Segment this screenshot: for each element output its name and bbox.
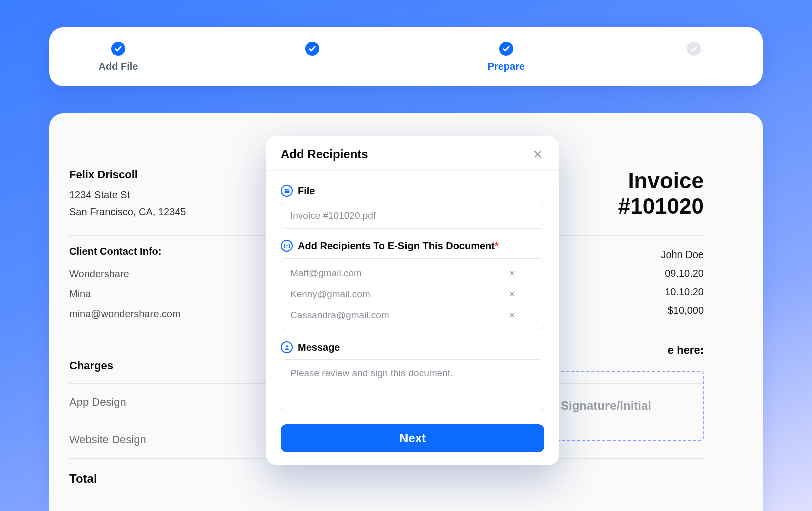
step-label: Add File [99,61,138,72]
signature-prompt-partial: e here: [668,344,704,357]
recipients-input[interactable]: Matt@gmail.com × Kenny@gmail.com × Cassa… [281,258,544,330]
meta-rep-value: John Doe [661,249,704,261]
file-field-label: File [298,185,315,197]
signature-placeholder: Signature/Initial [561,399,651,413]
recipients-field-label: Add Recipients To E-Sign This Document* [298,240,499,252]
client-email: mina@wondershare.com [69,304,280,324]
check-icon [687,42,701,56]
close-icon[interactable] [531,148,544,161]
client-contact-header: Client Contact Info: [69,246,280,258]
user-icon [281,341,293,353]
step-prepare[interactable]: Prepare [476,42,536,72]
stepper-bar: Add File Add Recipients Prepare Send [49,27,763,86]
check-icon [111,42,125,56]
client-person: Mina [69,284,280,304]
meta-amount: $10,000 [668,305,704,316]
file-icon [281,185,293,197]
recipient-row: Kenny@gmail.com × [290,284,535,305]
message-input[interactable]: Please review and sign this document. [281,359,544,412]
add-recipients-modal: Add Recipients File Invoice #101020.pdf [266,136,559,465]
recipient-row: Cassandra@gmail.com × [290,305,535,326]
remove-recipient-icon[interactable]: × [509,268,535,279]
meta-date-1: 09.10.20 [665,268,704,279]
step-add-recipients[interactable]: Add Recipients [276,42,349,72]
sender-address-2: San Francisco, CA, 12345 [69,203,280,220]
recipient-email: Matt@gmail.com [290,268,362,279]
recipient-email: Kenny@gmail.com [290,289,370,300]
client-company: Wondershare [69,264,280,284]
step-add-file[interactable]: Add File [88,42,148,72]
sender-name: Felix Driscoll [69,168,280,181]
step-send[interactable]: Send [664,42,724,72]
recipient-email: Cassandra@gmail.com [290,310,389,321]
file-input[interactable]: Invoice #101020.pdf [281,203,544,229]
step-label: Prepare [488,61,525,72]
remove-recipient-icon[interactable]: × [509,289,535,300]
check-icon [305,42,319,56]
meta-date-2: 10.10.20 [665,286,704,298]
message-placeholder-text: Please review and sign this document. [290,368,453,378]
recipient-row: Matt@gmail.com × [290,263,535,284]
mail-icon [281,240,293,252]
check-icon [499,42,513,56]
message-field-label: Message [298,342,340,353]
remove-recipient-icon[interactable]: × [509,310,535,321]
svg-point-2 [286,345,288,347]
sender-address-1: 1234 State St [69,186,280,203]
file-input-value: Invoice #101020.pdf [290,210,376,221]
modal-title: Add Recipients [281,147,368,161]
next-button[interactable]: Next [281,424,544,452]
